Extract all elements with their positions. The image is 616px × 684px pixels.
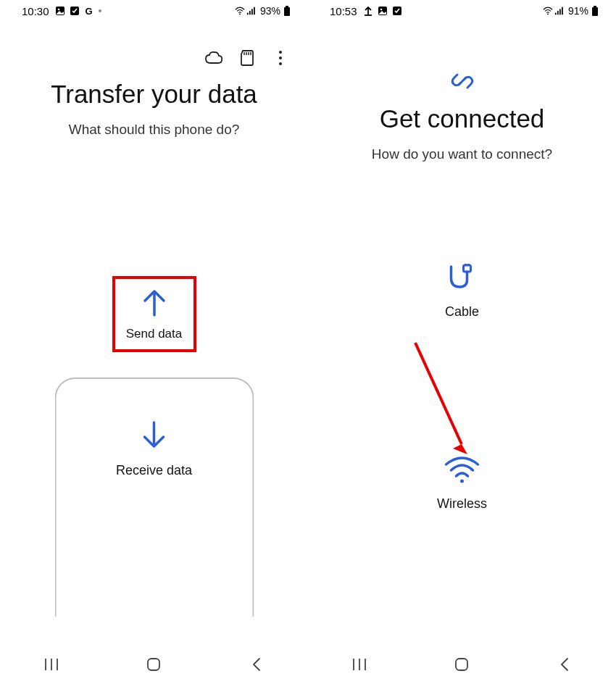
cable-option[interactable]: Cable xyxy=(445,264,479,320)
svg-point-1 xyxy=(57,9,59,11)
svg-line-35 xyxy=(459,78,466,85)
wifi-option-icon xyxy=(443,456,480,488)
cable-icon xyxy=(446,264,479,296)
wifi-icon xyxy=(543,6,553,16)
link-icon xyxy=(308,67,616,96)
cloud-button[interactable] xyxy=(204,48,224,68)
content-area: Send data Receive data xyxy=(0,138,308,645)
wifi-icon xyxy=(235,6,245,16)
screen-transfer-data: 10:30 G 93% xyxy=(0,0,308,684)
svg-point-3 xyxy=(239,14,241,15)
more-notifications-dot xyxy=(99,9,101,12)
nav-bar xyxy=(0,645,308,684)
page-subtitle: How do you want to connect? xyxy=(308,146,616,162)
home-button[interactable] xyxy=(139,654,168,675)
svg-rect-30 xyxy=(557,11,559,14)
screen-get-connected: 10:53 91% xyxy=(308,0,616,684)
google-icon: G xyxy=(84,6,94,16)
page-subtitle: What should this phone do? xyxy=(0,122,308,138)
status-battery: 91% xyxy=(568,5,588,17)
sd-card-button[interactable] xyxy=(237,48,257,68)
page-title: Get connected xyxy=(308,104,616,133)
svg-rect-33 xyxy=(594,6,596,7)
gallery-icon xyxy=(55,6,65,16)
upload-icon xyxy=(363,6,373,16)
recents-button[interactable] xyxy=(345,654,374,675)
toolbar xyxy=(0,22,308,75)
status-bar: 10:30 G 93% xyxy=(0,0,308,22)
svg-line-40 xyxy=(415,343,462,444)
arrow-down-icon xyxy=(141,421,168,453)
svg-rect-31 xyxy=(559,9,561,14)
svg-point-39 xyxy=(460,480,464,483)
svg-rect-8 xyxy=(286,6,288,7)
svg-point-28 xyxy=(547,14,549,15)
send-data-label: Send data xyxy=(126,327,183,341)
svg-marker-41 xyxy=(453,444,467,454)
svg-rect-7 xyxy=(254,7,255,15)
status-bar: 10:53 91% xyxy=(308,0,616,22)
receive-data-option[interactable]: Receive data xyxy=(54,378,254,617)
page-title: Transfer your data xyxy=(0,80,308,109)
status-battery: 93% xyxy=(260,5,280,17)
svg-rect-34 xyxy=(592,7,598,16)
status-time: 10:53 xyxy=(330,5,357,17)
signal-icon xyxy=(246,6,257,16)
svg-rect-36 xyxy=(464,265,471,272)
send-data-option[interactable]: Send data xyxy=(112,276,196,352)
home-button[interactable] xyxy=(447,654,476,675)
battery-icon xyxy=(590,6,600,16)
more-options-button[interactable] xyxy=(270,48,291,68)
back-button[interactable] xyxy=(550,654,579,675)
svg-point-16 xyxy=(279,62,282,65)
content-area: Cable Wireless xyxy=(308,162,616,645)
check-box-icon xyxy=(70,6,80,16)
arrow-up-icon xyxy=(141,288,168,320)
recents-button[interactable] xyxy=(37,654,66,675)
check-box-icon xyxy=(392,6,402,16)
status-time: 10:30 xyxy=(22,5,49,17)
signal-icon xyxy=(554,6,565,16)
svg-rect-5 xyxy=(249,11,251,14)
cable-label: Cable xyxy=(445,304,479,320)
svg-point-14 xyxy=(279,51,282,54)
svg-rect-9 xyxy=(284,7,290,16)
svg-rect-22 xyxy=(148,659,159,670)
svg-point-26 xyxy=(380,9,382,11)
gallery-icon xyxy=(378,6,388,16)
svg-point-15 xyxy=(279,57,282,59)
svg-rect-32 xyxy=(562,7,563,15)
svg-rect-4 xyxy=(247,13,249,15)
back-button[interactable] xyxy=(242,654,271,675)
svg-rect-45 xyxy=(456,659,467,670)
svg-rect-29 xyxy=(555,13,557,15)
receive-data-label: Receive data xyxy=(116,463,192,478)
wireless-option[interactable]: Wireless xyxy=(437,456,487,512)
battery-icon xyxy=(282,6,292,16)
svg-rect-6 xyxy=(251,9,253,14)
nav-bar xyxy=(308,645,616,684)
wireless-label: Wireless xyxy=(437,496,487,512)
annotation-arrow xyxy=(411,340,483,463)
